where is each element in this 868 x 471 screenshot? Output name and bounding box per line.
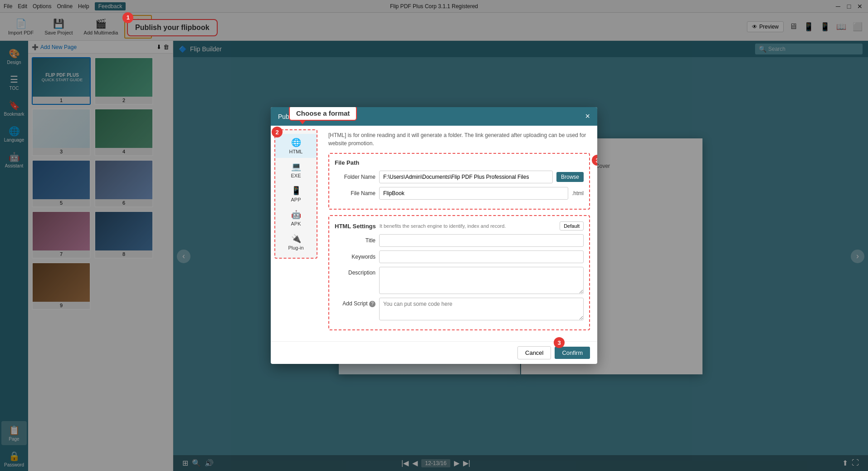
plugin-label: Plug-in xyxy=(288,245,303,250)
description-label: Description xyxy=(335,270,375,276)
step-1-badge: 1 xyxy=(122,12,133,23)
format-sidebar: 🌐 HTML 💻 EXE 📱 APP 🤖 APK xyxy=(274,129,317,259)
description-row: Description xyxy=(335,267,584,294)
dialog-close-button[interactable]: × xyxy=(585,112,590,121)
browse-button[interactable]: Browse xyxy=(556,172,584,182)
format-sidebar-wrapper: 2 Choose a format 🌐 HTML 💻 EXE 📱 APP xyxy=(271,126,321,341)
apk-label: APK xyxy=(291,221,301,226)
choose-format-tooltip: Choose a format xyxy=(289,107,357,121)
cancel-button[interactable]: Cancel xyxy=(517,346,551,359)
html-settings-desc: It benefits the serach engine to identif… xyxy=(380,223,506,229)
script-textarea[interactable] xyxy=(379,298,584,320)
app-label: APP xyxy=(291,197,301,202)
html-label: HTML xyxy=(289,149,303,154)
app-icon: 📱 xyxy=(291,186,301,196)
add-script-row: Add Script ? xyxy=(335,298,584,320)
html-settings-header: HTML Settings It benefits the serach eng… xyxy=(335,221,584,231)
html-icon: 🌐 xyxy=(291,137,301,147)
apk-icon: 🤖 xyxy=(291,210,301,220)
format-html[interactable]: 🌐 HTML xyxy=(275,134,317,158)
keywords-label: Keywords xyxy=(335,254,375,260)
title-label: Title xyxy=(335,237,375,244)
confirm-button[interactable]: Confirm xyxy=(555,347,590,359)
default-button[interactable]: Default xyxy=(560,221,584,231)
format-apk[interactable]: 🤖 APK xyxy=(275,206,317,230)
title-row: Title xyxy=(335,234,584,247)
dialog-desc: [HTML] is for online reading and it will… xyxy=(328,131,590,147)
html-settings-section: HTML Settings It benefits the serach eng… xyxy=(328,215,590,330)
plugin-icon: 🔌 xyxy=(291,234,301,244)
file-path-title: File Path xyxy=(335,159,584,166)
folder-name-input[interactable] xyxy=(379,171,553,183)
keywords-row: Keywords xyxy=(335,250,584,263)
file-name-input[interactable] xyxy=(379,187,568,200)
format-plugin[interactable]: 🔌 Plug-in xyxy=(275,230,317,254)
file-name-label: File Name xyxy=(335,190,375,196)
keywords-input[interactable] xyxy=(379,250,584,263)
folder-name-row: Folder Name Browse xyxy=(335,171,584,183)
format-exe[interactable]: 💻 EXE xyxy=(275,158,317,182)
format-app[interactable]: 📱 APP xyxy=(275,182,317,206)
dialog-overlay: Publish As × 2 Choose a format 🌐 HTML 💻 … xyxy=(0,0,868,471)
dialog-footer: 3 Confirm and publish Cancel Confirm xyxy=(271,341,597,364)
file-path-section: File Path Folder Name Browse File Name .… xyxy=(328,153,590,210)
file-name-row: File Name .html xyxy=(335,187,584,200)
dialog-body: 2 Choose a format 🌐 HTML 💻 EXE 📱 APP xyxy=(271,126,597,341)
help-icon[interactable]: ? xyxy=(369,301,375,307)
dialog-main: 3 Improve book information [HTML] is for… xyxy=(321,126,597,341)
html-settings-title: HTML Settings xyxy=(335,223,376,230)
publish-dialog: Publish As × 2 Choose a format 🌐 HTML 💻 … xyxy=(271,107,597,364)
title-input[interactable] xyxy=(379,234,584,247)
step-2-badge: 2 xyxy=(272,127,283,137)
step-3-improve-badge: 3 xyxy=(592,155,597,166)
add-script-label: Add Script ? xyxy=(335,300,375,307)
description-textarea[interactable] xyxy=(379,267,584,294)
file-extension: .html xyxy=(572,190,584,196)
exe-icon: 💻 xyxy=(291,162,301,172)
step-3-confirm-badge: 3 xyxy=(554,337,565,348)
exe-label: EXE xyxy=(291,173,301,178)
folder-name-label: Folder Name xyxy=(335,174,375,180)
